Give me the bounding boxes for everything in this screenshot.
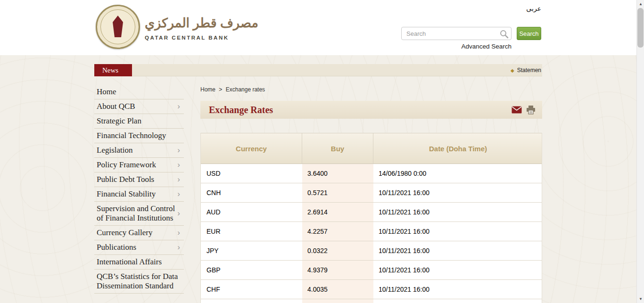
bank-name: QATAR CENTRAL BANK <box>145 35 258 41</box>
title-action-icons <box>512 106 542 115</box>
chevron-right-icon: › <box>175 228 180 237</box>
scroll-down-arrow-icon[interactable]: ▼ <box>637 295 644 303</box>
breadcrumb: Home > Exchange rates <box>200 86 542 93</box>
sidebar-item-public-debt-tools[interactable]: Public Debt Tools › <box>94 172 184 187</box>
table-row: AUD 2.6914 10/11/2021 16:00 <box>201 203 542 222</box>
news-tab[interactable]: News <box>94 64 132 76</box>
news-ticker-text: Statemen <box>517 67 541 74</box>
print-icon[interactable] <box>526 106 536 115</box>
buy-rate: 4.9379 <box>302 261 373 279</box>
column-header-buy: Buy <box>302 133 373 164</box>
page: مصرف قطر المركزي QATAR CENTRAL BANK عربى… <box>0 0 644 303</box>
breadcrumb-current: Exchange rates <box>226 86 265 93</box>
news-ticker-item[interactable]: ◆ Statemen <box>511 64 541 76</box>
sidebar-item-supervision[interactable]: Supervision and Control of Financial Ins… <box>94 202 184 226</box>
search-icon[interactable] <box>499 29 509 39</box>
sidebar-item-legislation[interactable]: Legislation › <box>94 143 184 158</box>
sidebar-item-financial-stability[interactable]: Financial Stability › <box>94 187 184 202</box>
search-input[interactable] <box>402 27 511 40</box>
logo-arabic-calligraphy: مصرف قطر المركزي <box>145 13 258 33</box>
column-header-currency: Currency <box>201 133 302 164</box>
chevron-right-icon: › <box>175 160 180 170</box>
table-row: GBP 4.9379 10/11/2021 16:00 <box>201 261 542 280</box>
buy-rate: 4.0035 <box>302 280 373 299</box>
buy-rate: 3.6400 <box>302 164 373 183</box>
rate-date: 10/11/2021 16:00 <box>373 183 543 202</box>
site-header: مصرف قطر المركزي QATAR CENTRAL BANK عربى… <box>0 0 636 55</box>
currency-code: USD <box>201 164 302 183</box>
rate-date: 10/11/2021 16:00 <box>373 280 543 299</box>
page-title: Exchange Rates <box>200 105 512 115</box>
sidebar-item-publications[interactable]: Publications › <box>94 240 184 255</box>
table-row: CHF 4.0035 10/11/2021 16:00 <box>201 280 542 299</box>
rate-date: 10/11/2021 16:00 <box>373 261 543 279</box>
buy-rate: 0.0322 <box>302 241 373 260</box>
table-row: CNH 0.5721 10/11/2021 16:00 <box>201 183 542 203</box>
buy-rate: 2.6914 <box>302 203 373 221</box>
table-header-row: Currency Buy Date (Doha Time) <box>201 133 542 164</box>
qcb-logo[interactable]: مصرف قطر المركزي QATAR CENTRAL BANK <box>96 5 258 49</box>
logo-text: مصرف قطر المركزي QATAR CENTRAL BANK <box>145 13 258 40</box>
column-header-date: Date (Doha Time) <box>373 133 543 164</box>
sidebar-item-about-qcb[interactable]: About QCB › <box>94 99 184 114</box>
table-row-partial <box>201 299 542 303</box>
search-box <box>401 27 512 40</box>
main-content: Home > Exchange rates Exchange Rates <box>200 86 542 303</box>
page-title-bar: Exchange Rates <box>200 101 542 119</box>
breadcrumb-separator: > <box>219 86 222 93</box>
sidebar-item-policy-framework[interactable]: Policy Framework › <box>94 158 184 172</box>
buy-rate: 4.2257 <box>302 222 373 241</box>
sidebar-item-qcb-statistics[interactable]: QCB’s Statistics for Data Dissemination … <box>94 270 184 294</box>
news-bar: News ◆ Statemen <box>94 64 542 76</box>
chevron-right-icon: › <box>175 175 180 184</box>
buy-rate: 0.5721 <box>302 183 373 202</box>
advanced-search-link[interactable]: Advanced Search <box>461 43 512 50</box>
email-icon[interactable] <box>512 106 522 114</box>
sidebar-item-international-affairs[interactable]: International Affairs <box>94 255 184 270</box>
chevron-right-icon: › <box>175 102 180 111</box>
table-row: JPY 0.0322 10/11/2021 16:00 <box>201 241 542 261</box>
rate-date: 10/11/2021 16:00 <box>373 203 543 221</box>
sidebar-item-currency-gallery[interactable]: Currency Gallery › <box>94 226 184 240</box>
chevron-right-icon: › <box>175 243 180 252</box>
qcb-seal-icon <box>96 5 140 49</box>
rate-date: 10/11/2021 16:00 <box>373 241 543 260</box>
sidebar-item-home[interactable]: Home <box>94 85 184 99</box>
rate-date: 10/11/2021 16:00 <box>373 222 543 241</box>
chevron-right-icon: › <box>175 189 180 199</box>
scrollbar-thumb[interactable] <box>637 8 644 48</box>
scroll-up-arrow-icon[interactable]: ▲ <box>637 0 644 8</box>
table-row: USD 3.6400 14/06/1980 0:00 <box>201 164 542 183</box>
sidebar-item-strategic-plan[interactable]: Strategic Plan <box>94 114 184 129</box>
currency-code: AUD <box>201 203 302 221</box>
search-button[interactable]: Search <box>517 27 541 40</box>
currency-code: EUR <box>201 222 302 241</box>
breadcrumb-home-link[interactable]: Home <box>200 86 215 93</box>
sidebar-nav: Home About QCB › Strategic Plan Financia… <box>94 85 184 294</box>
currency-code: CNH <box>201 183 302 202</box>
exchange-rates-table: Currency Buy Date (Doha Time) USD 3.6400… <box>200 133 542 303</box>
chevron-right-icon: › <box>175 146 180 155</box>
sidebar-item-financial-technology[interactable]: Financial Technology <box>94 129 184 143</box>
diamond-bullet-icon: ◆ <box>511 68 514 73</box>
table-row: EUR 4.2257 10/11/2021 16:00 <box>201 222 542 241</box>
search-area: Search Advanced Search <box>401 27 541 50</box>
vertical-scrollbar[interactable]: ▲ ▼ <box>636 0 644 303</box>
currency-code: JPY <box>201 241 302 260</box>
qcb-emblem-icon <box>110 15 126 39</box>
rate-date: 14/06/1980 0:00 <box>373 164 543 183</box>
currency-code: CHF <box>201 280 302 299</box>
arabic-language-link[interactable]: عربى <box>526 5 541 12</box>
chevron-right-icon: › <box>175 209 180 218</box>
currency-code: GBP <box>201 261 302 279</box>
